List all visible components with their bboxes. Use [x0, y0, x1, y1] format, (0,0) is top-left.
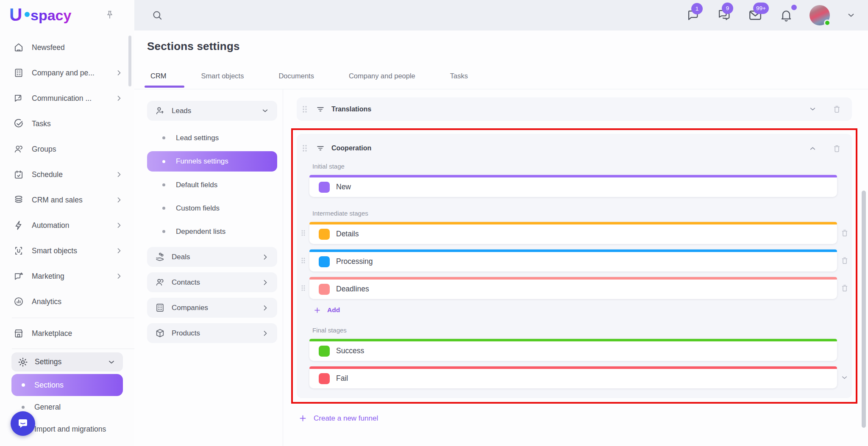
user-avatar[interactable]: [810, 5, 830, 25]
sidebar-item-label: Tasks: [32, 119, 51, 128]
subnav-group-deals[interactable]: Deals: [147, 247, 277, 267]
sidebar-item-automation[interactable]: Automation: [0, 213, 134, 238]
stage-card-details[interactable]: Details: [309, 222, 837, 244]
chevron-right-icon: [261, 304, 270, 312]
stage-card-deadlines[interactable]: Deadlines: [309, 277, 837, 299]
team-chats-button[interactable]: 9: [716, 8, 732, 23]
support-chat-button[interactable]: [11, 411, 35, 436]
products-icon: [155, 328, 165, 338]
tab-tasks[interactable]: Tasks: [447, 72, 471, 88]
subnav-item-custom-fields[interactable]: Custom fields: [147, 197, 277, 220]
calendar-icon: [13, 169, 24, 180]
sidebar-item-label: Communication ...: [32, 94, 92, 103]
subnav-group-leads[interactable]: Leads: [147, 101, 277, 121]
sidebar-item-company-and-people[interactable]: Company and pe...: [0, 60, 134, 86]
create-new-funnel-button[interactable]: Create a new funnel: [298, 414, 852, 423]
collapse-chevron-icon[interactable]: [808, 144, 817, 153]
online-status-dot: [824, 19, 831, 26]
pin-sidebar-button[interactable]: [105, 10, 115, 20]
active-bullet: [162, 160, 165, 163]
subnav-item-label: Custom fields: [176, 204, 220, 213]
marketplace-icon: [13, 328, 24, 339]
stage-color-swatch[interactable]: [319, 373, 330, 384]
drag-handle-icon[interactable]: [301, 105, 309, 114]
subnav-item-lead-settings[interactable]: Lead settings: [147, 126, 277, 150]
crm-icon: [13, 194, 24, 205]
delete-stage-icon[interactable]: [840, 256, 849, 265]
stage-card-new[interactable]: New: [309, 175, 837, 197]
fail-stage-chevron-icon[interactable]: [840, 373, 849, 382]
sidebar-item-marketplace[interactable]: Marketplace: [0, 321, 134, 345]
sidebar-item-groups[interactable]: Groups: [0, 136, 134, 162]
mail-button[interactable]: 99+: [748, 8, 763, 23]
tab-documents[interactable]: Documents: [275, 72, 317, 88]
contacts-icon: [155, 277, 165, 288]
stage-card-success[interactable]: Success: [309, 339, 837, 361]
tab-smart-objects[interactable]: Smart objects: [198, 72, 248, 88]
tab-bar: CRM Smart objects Documents Company and …: [147, 72, 471, 88]
drag-handle-icon[interactable]: [300, 229, 306, 237]
stage-card-fail[interactable]: Fail: [309, 366, 837, 388]
subnav-group-products[interactable]: Products: [147, 323, 277, 343]
subnav-item-default-fields[interactable]: Default fields: [147, 173, 277, 197]
delete-funnel-icon[interactable]: [832, 104, 842, 114]
stage-color-swatch[interactable]: [319, 346, 330, 357]
uspacy-logo[interactable]: U spacy: [8, 5, 76, 25]
subnav-group-label: Companies: [172, 304, 208, 312]
profile-menu-chevron-icon[interactable]: [846, 10, 856, 20]
tab-label: Company and people: [349, 72, 415, 80]
chevron-right-icon: [115, 69, 123, 77]
subnav-group-contacts[interactable]: Contacts: [147, 272, 277, 292]
add-stage-label: Add: [327, 306, 340, 314]
stage-color-bar: [309, 249, 837, 252]
delete-stage-icon[interactable]: [840, 283, 849, 293]
delete-stage-icon[interactable]: [840, 228, 849, 238]
search-button[interactable]: [151, 9, 163, 21]
stage-name: Processing: [336, 257, 373, 266]
drag-handle-icon[interactable]: [300, 284, 306, 292]
stage-color-swatch[interactable]: [319, 284, 330, 295]
sidebar-scrollbar[interactable]: [128, 36, 131, 86]
tab-label: Documents: [278, 72, 314, 80]
subnav-group-label: Deals: [172, 253, 190, 261]
subnav-item-dependent-lists[interactable]: Dependent lists: [147, 220, 277, 243]
sidebar-item-tasks[interactable]: Tasks: [0, 111, 134, 136]
add-stage-button[interactable]: Add: [313, 305, 852, 316]
notifications-button[interactable]: [779, 8, 793, 22]
tab-crm[interactable]: CRM: [147, 72, 170, 88]
funnel-translations[interactable]: Translations: [297, 97, 852, 121]
sidebar-item-smart-objects[interactable]: Smart objects: [0, 238, 134, 263]
stage-color-swatch[interactable]: [319, 256, 330, 267]
sidebar-item-crm-and-sales[interactable]: CRM and sales: [0, 187, 134, 213]
subnav-item-funnels-settings[interactable]: Funnels settings: [147, 151, 277, 172]
sidebar-item-schedule[interactable]: Schedule: [0, 162, 134, 187]
chevron-right-icon: [115, 196, 123, 204]
sidebar-item-newsfeed[interactable]: Newsfeed: [0, 35, 134, 60]
delete-funnel-icon[interactable]: [832, 144, 842, 153]
sidebar-item-communication[interactable]: Communication ...: [0, 86, 134, 111]
stage-color-bar: [309, 222, 837, 224]
sidebar-item-analytics[interactable]: Analytics: [0, 289, 134, 314]
stage-color-swatch[interactable]: [319, 182, 330, 193]
chevron-down-icon: [261, 106, 270, 115]
topbar: 1 9 99+: [134, 0, 868, 30]
sidebar-item-label: Groups: [32, 145, 56, 154]
subnav-item-label: Funnels settings: [176, 157, 228, 166]
final-stages-label: Final stages: [312, 327, 852, 334]
sidebar-item-label: Marketing: [32, 272, 64, 281]
tab-company-and-people[interactable]: Company and people: [345, 72, 419, 88]
chat-button[interactable]: 1: [686, 8, 700, 22]
sidebar-item-settings[interactable]: Settings: [11, 352, 123, 371]
drag-handle-icon[interactable]: [301, 144, 309, 153]
funnels-list: Translations Cooperation: [297, 97, 852, 423]
drag-handle-icon[interactable]: [300, 256, 306, 265]
sidebar-item-sections[interactable]: Sections: [11, 374, 123, 396]
sidebar-item-marketing[interactable]: Marketing: [0, 263, 134, 289]
chevron-right-icon: [115, 247, 123, 255]
subnav-group-companies[interactable]: Companies: [147, 298, 277, 318]
stage-card-processing[interactable]: Processing: [309, 249, 837, 271]
main-scrollbar[interactable]: [862, 191, 866, 428]
stage-color-swatch[interactable]: [319, 229, 330, 240]
create-new-funnel-label: Create a new funnel: [314, 414, 378, 423]
expand-chevron-icon[interactable]: [808, 105, 817, 114]
